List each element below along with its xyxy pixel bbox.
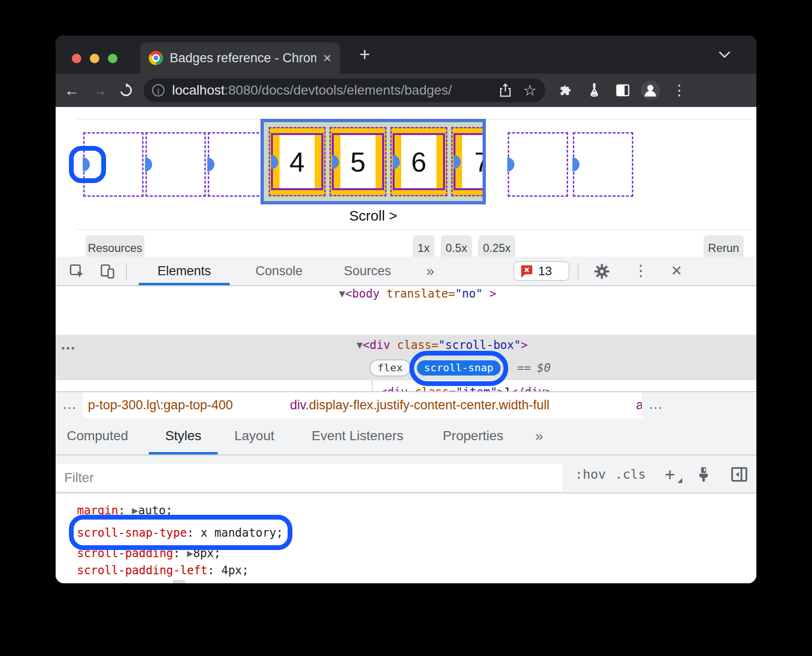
hover-state-button[interactable]: :hov	[571, 455, 609, 493]
rerun-button[interactable]: Rerun	[704, 235, 744, 257]
traffic-light-minimize[interactable]	[90, 54, 99, 63]
tab-properties[interactable]: Properties	[434, 418, 512, 453]
expand-arrow-icon[interactable]: ▶	[132, 506, 138, 515]
profile-avatar[interactable]	[640, 80, 660, 100]
more-tabs-chevron-icon[interactable]: »	[420, 257, 441, 285]
breadcrumb-more-right[interactable]: …	[642, 392, 756, 418]
settings-gear-icon[interactable]	[594, 263, 610, 280]
breadcrumb-crumb-selected[interactable]: div.display-flex.justify-content-center.…	[290, 392, 550, 418]
forward-icon[interactable]: →	[89, 74, 110, 107]
snap-cell-4: 4	[269, 127, 326, 196]
dom-row-body[interactable]: ▼<body translate="no" >	[339, 286, 756, 304]
tab-event-listeners[interactable]: Event Listeners	[303, 418, 412, 453]
scroll-padding-stripe	[315, 135, 321, 188]
back-icon[interactable]: ←	[61, 74, 82, 107]
flex-badge[interactable]: flex	[369, 359, 411, 376]
device-toolbar-icon[interactable]	[99, 263, 116, 280]
tab-console[interactable]: Console	[230, 257, 329, 285]
partial-element	[173, 580, 186, 583]
sidebar-tabs: Computed Styles Layout Event Listeners P…	[56, 418, 756, 455]
tab-sources[interactable]: Sources	[329, 257, 406, 285]
flask-icon[interactable]	[587, 83, 601, 98]
tab-computed[interactable]: Computed	[65, 418, 130, 453]
speed-1x-button[interactable]: 1x	[413, 235, 435, 257]
snap-item-outline-3	[208, 132, 268, 197]
url-host: localhost	[172, 83, 225, 98]
tab-title: Badges reference - Chrome De	[170, 51, 316, 66]
browser-tab[interactable]: Badges reference - Chrome De ×	[140, 42, 340, 74]
devtools-panel: Elements Console Sources » 13 ⋮ × ▼<body…	[56, 257, 756, 583]
scroll-padding-stripe	[436, 135, 443, 188]
item-number: 4	[290, 146, 305, 178]
scroll-padding-stripe	[376, 135, 382, 188]
item-number: 5	[350, 146, 366, 178]
speed-025x-button[interactable]: 0.25x	[478, 235, 515, 257]
page-content: 4 5 6 7 Scroll > Resources 1x 0.5x 0.25x…	[56, 107, 756, 257]
error-count: 13	[538, 264, 552, 279]
url-path: :8080/docs/devtools/elements/badges/	[225, 83, 452, 98]
traffic-light-close[interactable]	[72, 54, 81, 63]
browser-window: Badges reference - Chrome De × + ← → i l…	[56, 36, 756, 583]
toolbar-separator	[578, 263, 579, 280]
style-declaration-margin[interactable]: margin: ▶auto;	[77, 500, 173, 521]
collapse-arrow-icon[interactable]: ▼	[339, 289, 345, 299]
tab-close-icon[interactable]: ×	[323, 50, 331, 66]
row-overflow-dots[interactable]: …	[60, 335, 77, 356]
scroll-hint-label: Scroll >	[261, 208, 486, 224]
side-panel-icon[interactable]	[616, 84, 630, 97]
tab-layout[interactable]: Layout	[222, 418, 287, 453]
tab-styles[interactable]: Styles	[149, 418, 218, 453]
scroll-container-overlay: 4 5 6 7	[261, 119, 486, 204]
dom-row-selected[interactable]: … ▼<div class="scroll-box"> flex scroll-…	[56, 335, 756, 380]
snap-cell-6: 6	[390, 127, 447, 196]
toolbar-separator	[126, 263, 127, 280]
filter-input[interactable]	[57, 464, 562, 492]
sidebar-toggle-icon[interactable]	[731, 466, 748, 483]
bookmark-star-icon[interactable]: ☆	[523, 81, 537, 99]
share-icon[interactable]	[498, 83, 512, 98]
info-icon[interactable]: i	[152, 84, 164, 96]
dom-tree: ▼<body translate="no" > … ▼<div class="s…	[56, 286, 756, 391]
dollar-zero-marker: $0	[537, 361, 551, 375]
dom-row-item-1[interactable]: <div class="item">1</div>	[380, 382, 756, 391]
new-tab-button[interactable]: +	[350, 36, 379, 74]
snap-item-outline-8	[508, 132, 568, 197]
styles-filter-bar: :hov .cls +	[56, 455, 756, 493]
browser-menu-icon[interactable]: ⋮	[669, 74, 690, 107]
snap-cell-7: 7	[451, 127, 486, 196]
devtools-close-icon[interactable]: ×	[667, 257, 686, 285]
scroll-snap-badge[interactable]: scroll-snap	[417, 360, 501, 376]
tab-elements[interactable]: Elements	[139, 257, 230, 285]
devtools-toolbar: Elements Console Sources » 13 ⋮ ×	[56, 257, 756, 286]
tabstrip-chevron-down-icon[interactable]	[717, 50, 732, 59]
devtools-menu-icon[interactable]: ⋮	[633, 257, 649, 285]
breadcrumb: … p-top-300.lg\:gap-top-400 div.display-…	[56, 391, 756, 418]
error-count-button[interactable]: 13	[513, 261, 570, 281]
style-declaration-scroll-snap-type[interactable]: scroll-snap-type: x mandatory;	[77, 522, 283, 543]
styles-pane: margin: ▶auto; scroll-snap-type: x manda…	[56, 493, 756, 583]
breadcrumb-more-left[interactable]: …	[56, 392, 83, 418]
extensions-puzzle-icon[interactable]	[558, 83, 572, 97]
element-classes-button[interactable]: .cls	[612, 455, 649, 493]
breadcrumb-crumb-truncated[interactable]: p-top-300.lg\:gap-top-400	[88, 392, 233, 418]
url-bar[interactable]: i localhost:8080/docs/devtools/elements/…	[144, 78, 545, 102]
style-declaration-scroll-padding-left[interactable]: scroll-padding-left: 4px;	[77, 560, 249, 581]
equals-sign: ==	[517, 361, 531, 375]
reload-icon[interactable]	[118, 83, 134, 98]
dom-line-scroll-box: ▼<div class="scroll-box">	[357, 335, 756, 356]
speed-05x-button[interactable]: 0.5x	[441, 235, 472, 257]
snap-item-outline-9	[573, 132, 633, 197]
indent-guide	[372, 380, 373, 391]
snap-item-outline-2	[145, 132, 206, 197]
inspect-element-icon[interactable]	[69, 263, 85, 280]
resources-button[interactable]: Resources	[86, 235, 145, 257]
item-number: 6	[411, 146, 426, 178]
collapse-arrow-icon[interactable]: ▼	[357, 340, 363, 350]
error-bubble-icon	[520, 264, 533, 278]
traffic-light-zoom[interactable]	[108, 54, 117, 63]
element-state-brush-icon[interactable]	[695, 466, 712, 483]
sidebar-more-tabs-chevron-icon[interactable]: »	[529, 418, 550, 453]
new-style-rule-corner	[677, 478, 682, 483]
new-style-rule-button[interactable]: +	[660, 455, 679, 493]
expand-arrow-icon[interactable]: ▶	[187, 549, 193, 558]
